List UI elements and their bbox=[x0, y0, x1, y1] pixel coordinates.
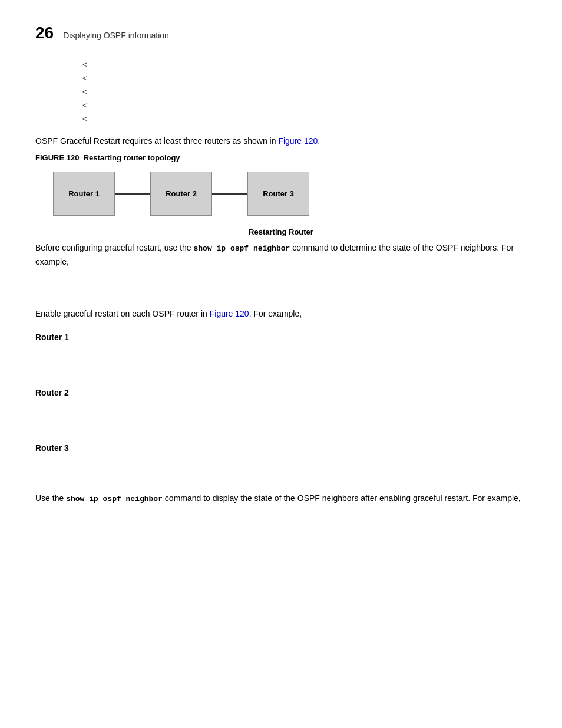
spacer-4 bbox=[35, 457, 527, 487]
page-header: 26 Displaying OSPF information bbox=[35, 24, 527, 42]
spacer-3 bbox=[35, 402, 527, 431]
intro-text-after-link: . bbox=[318, 136, 320, 146]
page-number: 26 bbox=[35, 24, 54, 42]
connector-1-2 bbox=[115, 193, 150, 195]
page-title: Displaying OSPF information bbox=[63, 31, 169, 40]
less-than-item-1: < bbox=[82, 60, 527, 69]
less-than-item-5: < bbox=[82, 114, 527, 123]
intro-text-before-link: OSPF Graceful Restart requires at least … bbox=[35, 136, 278, 146]
less-than-item-3: < bbox=[82, 87, 527, 96]
intro-text: OSPF Graceful Restart requires at least … bbox=[35, 135, 527, 147]
spacer-1 bbox=[35, 273, 527, 302]
show-command-1: show ip ospf neighbor bbox=[193, 244, 290, 253]
connector-2-3 bbox=[212, 193, 247, 195]
use-command-text: Use the show ip ospf neighbor command to… bbox=[35, 492, 527, 506]
before-config-text: Before configuring graceful restart, use… bbox=[35, 241, 527, 268]
router-3-box: Router 3 bbox=[247, 172, 309, 216]
less-than-list: < < < < < bbox=[82, 60, 527, 123]
router-2-label: Router 2 bbox=[35, 388, 527, 397]
restarting-router-label: Restarting Router bbox=[35, 228, 527, 236]
figure-label: FIGURE 120 Restarting router topology bbox=[35, 153, 527, 162]
router-1-box: Router 1 bbox=[53, 172, 115, 216]
spacer-2 bbox=[35, 347, 527, 376]
router-diagram: Router 1 Router 2 Router 3 bbox=[53, 172, 527, 216]
enable-text: Enable graceful restart on each OSPF rou… bbox=[35, 307, 527, 320]
less-than-item-2: < bbox=[82, 74, 527, 83]
less-than-item-4: < bbox=[82, 101, 527, 110]
router-3-label: Router 3 bbox=[35, 443, 527, 453]
router-2-box: Router 2 bbox=[150, 172, 212, 216]
figure-120-link-1[interactable]: Figure 120 bbox=[278, 136, 318, 146]
figure-120-link-2[interactable]: Figure 120 bbox=[210, 309, 249, 318]
show-command-2: show ip ospf neighbor bbox=[66, 495, 163, 503]
router-1-label: Router 1 bbox=[35, 332, 527, 342]
